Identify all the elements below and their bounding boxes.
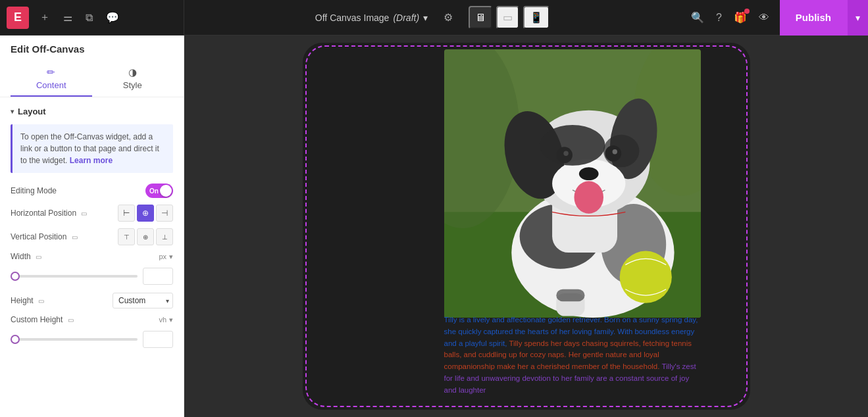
text-area: Tilly is a lively and affectionate golde… (444, 314, 701, 410)
eye-icon[interactable]: 👁 (756, 9, 772, 26)
height-label: Height ▭ (11, 296, 113, 305)
add-icon[interactable]: ＋ (37, 8, 53, 27)
settings-icon[interactable]: ⚌ (61, 9, 75, 26)
draft-label: (Draft) (393, 12, 419, 23)
tab-style[interactable]: ◑ Style (92, 61, 174, 97)
vertical-position-row: Vertical Position ▭ ⊤ ⊕ ⊥ (11, 228, 173, 245)
panel-header: Edit Off-Canvas ✏ Content ◑ Style (0, 36, 184, 97)
custom-height-slider-row (11, 331, 173, 348)
canvas-area: Tilly is a lively and affectionate golde… (184, 36, 868, 417)
custom-height-unit-label: vh (159, 316, 166, 324)
pencil-icon: ✏ (47, 66, 55, 78)
height-select[interactable]: Default Custom Full Height (113, 293, 173, 308)
editing-mode-toggle[interactable]: On (145, 184, 173, 198)
panel-title: Edit Off-Canvas (11, 43, 173, 55)
page-title-wrap[interactable]: Off Canvas Image (Draft) ▾ (315, 12, 428, 23)
chevron-down-icon: ▾ (423, 12, 428, 23)
style-icon: ◑ (128, 66, 137, 78)
dog-image-area (444, 49, 701, 318)
main-layout: Edit Off-Canvas ✏ Content ◑ Style ▾ Layo… (0, 36, 868, 417)
help-icon[interactable]: ? (713, 9, 725, 26)
width-label: Width ▭ (11, 252, 159, 261)
custom-height-row: Custom Height ▭ vh ▾ (11, 315, 173, 324)
tab-content[interactable]: ✏ Content (11, 61, 92, 97)
editing-mode-row: Editing Mode On (11, 184, 173, 198)
vertical-position-label: Vertical Position ▭ (11, 232, 118, 241)
topbar-center: Off Canvas Image (Draft) ▾ ⚙ 🖥 ▭ 📱 (184, 6, 680, 29)
width-input[interactable] (143, 268, 173, 285)
tab-style-label: Style (123, 80, 142, 90)
align-bottom-button[interactable]: ⊥ (156, 228, 173, 245)
responsive-icon-v: ▭ (72, 233, 78, 241)
unit-dropdown-arrow: ▾ (169, 253, 173, 261)
editing-mode-toggle-wrap: On (145, 184, 173, 198)
viewport-buttons: 🖥 ▭ 📱 (469, 6, 549, 29)
topbar-right: 🔍 ? 🎁 👁 (680, 9, 780, 26)
search-icon[interactable]: 🔍 (688, 9, 707, 26)
align-middle-button[interactable]: ⊕ (137, 228, 154, 245)
publish-button-wrap: Publish ▾ (780, 0, 868, 36)
horizontal-position-buttons: ⊢ ⊕ ⊣ (118, 205, 173, 222)
responsive-icon-w: ▭ (36, 253, 41, 260)
layout-section-label: Layout (18, 107, 46, 116)
topbar: E ＋ ⚌ ⧉ 💬 Off Canvas Image (Draft) ▾ ⚙ 🖥… (0, 0, 868, 36)
responsive-icon-h: ▭ (38, 297, 44, 305)
horizontal-position-label: Horizontal Position ▭ (11, 208, 118, 218)
align-left-button[interactable]: ⊢ (118, 205, 135, 222)
svg-point-13 (578, 167, 598, 180)
width-unit-label: px (159, 253, 166, 260)
custom-height-unit-arrow: ▾ (169, 316, 173, 324)
height-select-wrap: Default Custom Full Height ▾ (113, 293, 173, 308)
tabs: ✏ Content ◑ Style (11, 61, 173, 97)
svg-point-18 (540, 125, 605, 166)
width-slider[interactable] (11, 275, 138, 278)
custom-height-unit-wrap[interactable]: vh ▾ (159, 316, 173, 324)
responsive-icon-ch: ▭ (68, 316, 74, 324)
custom-height-label: Custom Height ▭ (11, 315, 159, 324)
layout-section-header[interactable]: ▾ Layout (11, 107, 173, 116)
gear-icon[interactable]: ⚙ (441, 9, 455, 26)
left-panel: Edit Off-Canvas ✏ Content ◑ Style ▾ Layo… (0, 36, 184, 417)
page-title-text: Off Canvas Image (315, 12, 390, 23)
chat-icon[interactable]: 💬 (103, 9, 122, 26)
width-slider-row (11, 268, 173, 285)
layers-icon[interactable]: ⧉ (83, 9, 95, 26)
dog-image-svg (444, 49, 701, 318)
toggle-knob (160, 185, 172, 197)
responsive-icon: ▭ (81, 210, 87, 217)
custom-height-input[interactable] (143, 331, 173, 348)
publish-dropdown-button[interactable]: ▾ (847, 0, 868, 36)
section-collapse-icon: ▾ (11, 108, 14, 115)
height-row: Height ▭ Default Custom Full Height ▾ (11, 293, 173, 308)
tablet-view-button[interactable]: ▭ (496, 6, 519, 29)
width-row: Width ▭ px ▾ (11, 252, 173, 261)
dog-description-text: Tilly is a lively and affectionate golde… (444, 314, 701, 397)
tab-content-label: Content (36, 80, 66, 90)
align-top-button[interactable]: ⊤ (118, 228, 135, 245)
info-box: To open the Off-Canvas widget, add a lin… (11, 124, 173, 173)
svg-rect-23 (556, 289, 584, 302)
width-unit-wrap[interactable]: px ▾ (159, 253, 173, 261)
gift-icon[interactable]: 🎁 (731, 9, 750, 26)
panel-content: ▾ Layout To open the Off-Canvas widget, … (0, 97, 184, 417)
svg-point-20 (574, 181, 603, 213)
publish-button[interactable]: Publish (780, 0, 847, 36)
topbar-left: E ＋ ⚌ ⧉ 💬 (0, 0, 184, 35)
align-center-button[interactable]: ⊕ (137, 205, 154, 222)
horizontal-position-row: Horizontal Position ▭ ⊢ ⊕ ⊣ (11, 205, 173, 222)
svg-point-19 (603, 135, 638, 167)
toggle-on-label: On (149, 187, 159, 195)
learn-more-link[interactable]: Learn more (70, 156, 113, 165)
elementor-logo[interactable]: E (7, 7, 29, 29)
align-right-button[interactable]: ⊣ (156, 205, 173, 222)
editing-mode-label: Editing Mode (11, 186, 145, 195)
gift-badge (744, 9, 750, 14)
off-canvas-container: Tilly is a lively and affectionate golde… (303, 43, 750, 410)
vertical-position-buttons: ⊤ ⊕ ⊥ (118, 228, 173, 245)
publish-dropdown-arrow: ▾ (855, 12, 860, 23)
desktop-view-button[interactable]: 🖥 (469, 6, 492, 29)
mobile-view-button[interactable]: 📱 (523, 6, 549, 29)
custom-height-slider[interactable] (11, 338, 138, 341)
